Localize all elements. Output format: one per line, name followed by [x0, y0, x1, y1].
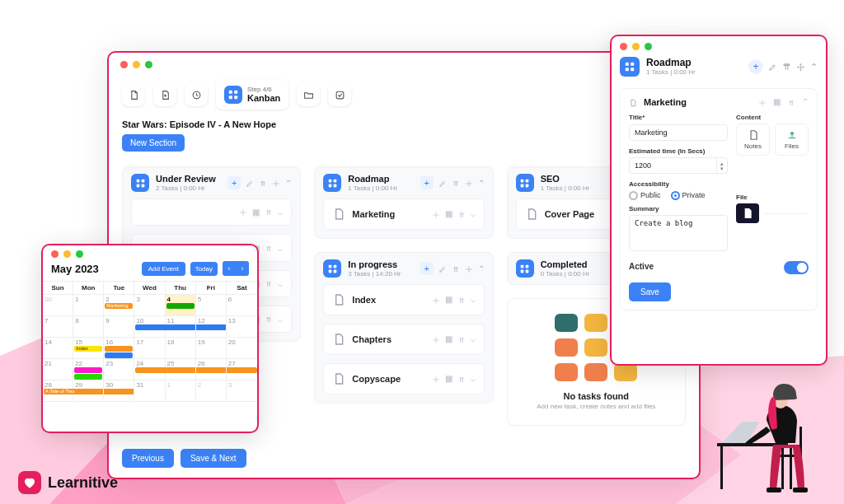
- move-icon[interactable]: [432, 209, 440, 218]
- calendar-cell[interactable]: 20: [227, 338, 257, 359]
- calendar-cell[interactable]: 3: [134, 295, 165, 316]
- collapse-icon[interactable]: ⌃: [802, 97, 809, 106]
- delete-icon[interactable]: [457, 334, 466, 343]
- grid2-icon[interactable]: ▦: [773, 97, 781, 106]
- delete-icon[interactable]: [782, 62, 791, 72]
- calendar-cell[interactable]: 5: [196, 295, 227, 316]
- clock-icon[interactable]: [185, 83, 208, 106]
- task-card[interactable]: Index ▦ ⌵: [323, 284, 484, 315]
- move-icon[interactable]: [432, 295, 440, 304]
- calendar-cell[interactable]: 25: [166, 359, 196, 380]
- calendar-event[interactable]: Index: [74, 346, 102, 352]
- expand-icon[interactable]: ⌵: [471, 295, 476, 304]
- calendar-cell[interactable]: 7: [43, 316, 73, 338]
- expand-icon[interactable]: ⌵: [471, 209, 476, 218]
- calendar-event[interactable]: [166, 303, 195, 309]
- edit-icon[interactable]: [246, 178, 254, 187]
- title-input[interactable]: [629, 124, 728, 141]
- calendar-cell[interactable]: 26: [196, 359, 227, 380]
- edit-icon[interactable]: [768, 62, 777, 72]
- add-icon[interactable]: +: [748, 59, 763, 74]
- calendar-cell[interactable]: 30: [43, 295, 73, 316]
- private-radio[interactable]: Private: [671, 191, 706, 200]
- calendar-cell[interactable]: 28A Tale of Two: [43, 380, 73, 402]
- delete-icon[interactable]: [259, 178, 267, 187]
- collapse-icon[interactable]: ⌃: [478, 264, 485, 273]
- folder-icon[interactable]: [297, 83, 320, 106]
- calendar-cell[interactable]: 1: [73, 295, 104, 316]
- expand-icon[interactable]: ⌵: [278, 279, 283, 288]
- calendar-event[interactable]: [105, 352, 133, 358]
- move-icon[interactable]: [432, 334, 440, 343]
- collapse-icon[interactable]: ⌃: [810, 62, 818, 72]
- grid-icon[interactable]: ▦: [445, 209, 452, 218]
- calendar-cell[interactable]: 23: [104, 359, 134, 380]
- calendar-cell[interactable]: 8: [73, 316, 104, 338]
- calendar-cell[interactable]: 17: [134, 338, 165, 359]
- previous-button[interactable]: Previous: [122, 449, 174, 468]
- delete-icon[interactable]: [265, 208, 273, 217]
- est-input[interactable]: [629, 157, 717, 174]
- add-task-icon[interactable]: +: [227, 176, 241, 189]
- expand-icon[interactable]: ⌵: [278, 315, 283, 324]
- delete-icon[interactable]: [452, 178, 460, 187]
- calendar-cell[interactable]: 14: [43, 338, 73, 359]
- calendar-event[interactable]: [74, 367, 102, 373]
- calendar-cell[interactable]: 31: [134, 380, 165, 402]
- add-task-icon[interactable]: +: [420, 262, 434, 275]
- delete-icon[interactable]: [265, 315, 273, 324]
- add-task-icon[interactable]: +: [420, 176, 434, 189]
- move-icon[interactable]: [239, 208, 247, 217]
- calendar-cell[interactable]: 12: [196, 316, 227, 338]
- calendar-cell[interactable]: 16: [104, 338, 134, 359]
- calendar-cell[interactable]: 9: [104, 316, 134, 338]
- task-card[interactable]: Copyscape ▦ ⌵: [323, 363, 484, 394]
- calendar-cell[interactable]: 21: [43, 359, 73, 380]
- calendar-cell[interactable]: 18: [166, 338, 196, 359]
- calendar-cell[interactable]: 3: [227, 380, 257, 402]
- collapse-icon[interactable]: ⌃: [478, 179, 485, 188]
- calendar-cell[interactable]: 24: [134, 359, 165, 380]
- calendar-cell[interactable]: 10: [134, 316, 165, 338]
- move-icon[interactable]: [432, 374, 440, 383]
- calendar-cell[interactable]: 15Index: [73, 338, 104, 359]
- prev-month-button[interactable]: ‹: [223, 261, 236, 276]
- doc-add-icon[interactable]: [153, 83, 176, 106]
- calendar-cell[interactable]: 6: [227, 295, 257, 316]
- calendar-cell[interactable]: 2Marketing: [104, 295, 134, 316]
- move-icon[interactable]: [758, 97, 767, 106]
- active-toggle[interactable]: [784, 261, 809, 274]
- move-icon[interactable]: [465, 264, 473, 273]
- calendar-cell[interactable]: 1: [166, 380, 196, 402]
- calendar-cell[interactable]: 29: [73, 380, 104, 402]
- calendar-cell[interactable]: 11: [166, 316, 196, 338]
- notes-button[interactable]: Notes: [736, 124, 770, 156]
- calendar-cell[interactable]: 19: [196, 338, 227, 359]
- delete-icon[interactable]: [452, 264, 460, 273]
- files-button[interactable]: Files: [775, 124, 809, 156]
- task-card[interactable]: Chapters ▦ ⌵: [323, 324, 484, 355]
- delete-icon[interactable]: [457, 209, 466, 218]
- est-stepper[interactable]: ▴▾: [717, 157, 728, 174]
- expand-icon[interactable]: ⌵: [471, 374, 476, 383]
- calendar-cell[interactable]: 4: [166, 295, 196, 316]
- move-icon[interactable]: [272, 178, 280, 187]
- check-icon[interactable]: [328, 83, 351, 106]
- save-next-button[interactable]: Save & Next: [181, 449, 246, 468]
- new-section-button[interactable]: New Section: [122, 134, 185, 152]
- move-icon[interactable]: [465, 178, 473, 187]
- delete-icon[interactable]: [457, 295, 466, 304]
- expand-icon[interactable]: ⌵: [471, 334, 476, 343]
- today-button[interactable]: Today: [190, 262, 218, 276]
- expand-icon[interactable]: ⌵: [278, 244, 283, 253]
- edit-icon[interactable]: [438, 178, 447, 187]
- delete-icon[interactable]: [265, 243, 273, 252]
- calendar-event[interactable]: Marketing: [105, 303, 133, 309]
- step-indicator-kanban[interactable]: Step 4/6Kanban: [216, 80, 288, 110]
- collapse-icon[interactable]: ⌃: [285, 179, 292, 188]
- delete-icon[interactable]: [265, 279, 273, 288]
- calendar-cell[interactable]: 13: [227, 316, 257, 338]
- save-button[interactable]: Save: [629, 282, 671, 301]
- calendar-cell[interactable]: 2: [196, 380, 227, 402]
- expand-icon[interactable]: ⌵: [278, 208, 283, 217]
